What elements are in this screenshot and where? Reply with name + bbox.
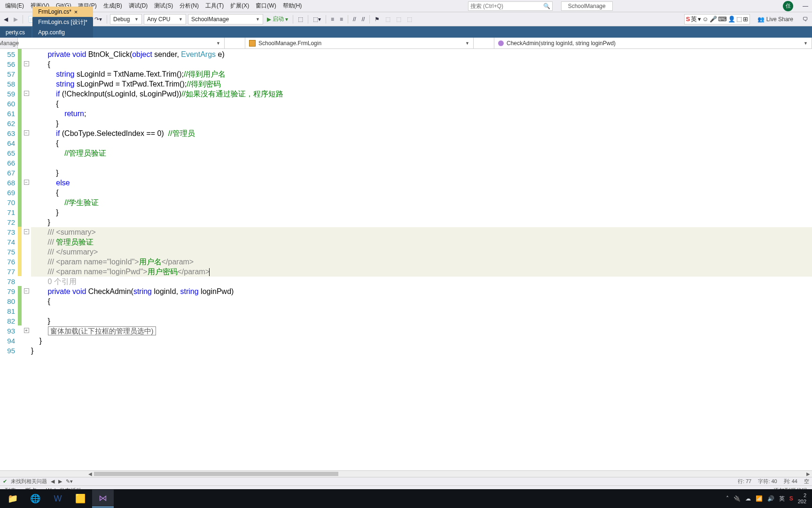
ime-indicator[interactable]: S 英▾ ☺🎤⌨👤⬚⊞ — [684, 14, 750, 24]
scroll-right-icon[interactable]: ▶ — [804, 471, 812, 477]
quick-search[interactable]: 🔍 — [468, 1, 553, 11]
code-area[interactable]: private void BtnOk_Click(object sender, … — [31, 49, 812, 470]
minimize-icon[interactable]: — — [801, 2, 810, 10]
browser-icon[interactable]: 🌐 — [24, 490, 46, 508]
doc-tab-partial[interactable]: perty.cs — [0, 27, 31, 38]
project-combo[interactable]: ▼ — [18, 38, 225, 48]
windows-taskbar: 📁 🌐 W 🟨 ⋈ ˄ 🔌 ☁ 📶 🔊 英 S 2 202 — [0, 489, 812, 508]
tray-cloud-icon[interactable]: ☁ — [745, 495, 751, 502]
nav-gap — [225, 38, 245, 48]
visual-studio-icon[interactable]: ⋈ — [92, 490, 114, 508]
doc-tab[interactable]: FrmLogin.cs [设计]* — [32, 17, 93, 27]
tool-icon-3[interactable]: ⬚ — [383, 15, 392, 24]
class-combo[interactable]: SchoolManage.FrmLogin▼ — [245, 38, 474, 48]
bookmark-icon[interactable]: ⚑ — [373, 15, 382, 24]
no-issues-label: 未找到相关问题 — [11, 478, 47, 485]
doc-tab[interactable]: FrmLogin.cs*× — [32, 7, 93, 17]
tray-power-icon[interactable]: 🔌 — [734, 495, 741, 502]
config-combo[interactable]: Debug▼ — [110, 14, 142, 24]
tool-icon-2[interactable]: ⬚▾ — [311, 15, 323, 24]
live-share-button[interactable]: 👥 Live Share — [757, 16, 793, 23]
tray-wifi-icon[interactable]: 📶 — [756, 495, 763, 502]
scroll-left-icon[interactable]: ◀ — [86, 471, 94, 477]
caret-line: 行: 77 — [738, 478, 751, 485]
menu-item[interactable]: 帮助(H) — [280, 1, 305, 10]
tool-icon-1[interactable]: ⬚ — [296, 15, 305, 24]
menu-item[interactable]: 生成(B) — [100, 1, 125, 10]
spaces-label: 空 — [804, 478, 809, 485]
start-debug-button[interactable]: ▶ 启动 ▾ — [265, 14, 290, 24]
forward-icon[interactable]: ▶ — [12, 15, 20, 24]
uncomment-icon[interactable]: // — [360, 15, 367, 24]
startup-combo[interactable]: SchoolManage▼ — [188, 14, 263, 24]
indent-icon[interactable]: ≡ — [329, 15, 336, 24]
platform-combo[interactable]: Any CPU▼ — [144, 14, 186, 24]
close-icon[interactable]: × — [74, 8, 78, 16]
nav-gap2 — [474, 38, 494, 48]
method-icon — [498, 40, 504, 46]
code-editor[interactable]: 5556575859606162636465666768697071727374… — [0, 49, 812, 470]
solution-name: SchoolManage — [561, 1, 613, 11]
class-icon — [249, 40, 256, 47]
member-combo[interactable]: CheckAdmin(string loginId, string loginP… — [494, 38, 812, 48]
menu-item[interactable]: 工具(T) — [202, 1, 227, 10]
tray-up-icon[interactable]: ˄ — [726, 495, 729, 502]
outdent-icon[interactable]: ≡ — [338, 15, 345, 24]
nav-left-label[interactable]: Manage — [0, 38, 18, 48]
nav-next-icon[interactable]: ▶ — [58, 478, 62, 484]
tray-clock[interactable]: 2 202 — [798, 492, 806, 505]
main-toolbar: ◀ ▶ 📄 📂 💾 🗃 ↶▾ ↷▾ Debug▼ Any CPU▼ School… — [0, 12, 812, 26]
menu-bar: 编辑(E)视图(V)Git(G)项目(P)生成(B)调试(D)测试(S)分析(N… — [0, 0, 812, 12]
menu-item[interactable]: 窗口(W) — [252, 1, 279, 10]
code-nav-bar: Manage ▼ SchoolManage.FrmLogin▼ CheckAdm… — [0, 38, 812, 49]
status-ok-icon: ✔ — [3, 478, 7, 484]
tool-icon-5[interactable]: ⬚ — [405, 15, 414, 24]
tray-sogou-icon[interactable]: S — [789, 495, 793, 502]
back-icon[interactable]: ◀ — [2, 15, 10, 24]
caret-char: 字符: 40 — [758, 478, 777, 485]
comment-icon[interactable]: // — [351, 15, 358, 24]
search-input[interactable] — [470, 3, 543, 9]
search-icon: 🔍 — [543, 3, 550, 9]
scroll-thumb[interactable] — [94, 472, 338, 476]
doc-tab[interactable]: App.config — [32, 27, 93, 38]
editor-status-row: ✔ 未找到相关问题 ◀ ▶ ✎▾ 行: 77 字符: 40 列: 44 空 — [0, 477, 812, 485]
word-icon[interactable]: W — [47, 490, 69, 508]
menu-item[interactable]: 测试(S) — [151, 1, 176, 10]
user-avatar[interactable]: 任 — [783, 1, 793, 11]
line-numbers: 5556575859606162636465666768697071727374… — [0, 49, 18, 470]
redo-icon[interactable]: ↷▾ — [93, 15, 104, 24]
app-icon[interactable]: 🟨 — [70, 490, 91, 508]
h-scrollbar[interactable]: ◀ ▶ — [0, 470, 812, 477]
tool-icon-4[interactable]: ⬚ — [394, 15, 403, 24]
document-tabs: perty.cs FrmLogin.cs*×FrmLogin.cs [设计]*A… — [0, 26, 812, 38]
file-explorer-icon[interactable]: 📁 — [2, 490, 23, 508]
menu-item[interactable]: 调试(D) — [125, 1, 151, 10]
nav-prev-icon[interactable]: ◀ — [51, 478, 55, 484]
change-marks — [18, 49, 22, 470]
caret-col: 列: 44 — [784, 478, 797, 485]
menu-item[interactable]: 编辑(E) — [2, 1, 27, 10]
fold-gutter[interactable]: −−−−−−+ — [22, 49, 31, 470]
tray-ime[interactable]: 英 — [779, 495, 785, 503]
menu-item[interactable]: 扩展(X) — [227, 1, 252, 10]
feedback-icon[interactable]: 🗨 — [801, 15, 810, 24]
tray-volume-icon[interactable]: 🔊 — [767, 495, 774, 502]
menu-item[interactable]: 分析(N) — [176, 1, 202, 10]
